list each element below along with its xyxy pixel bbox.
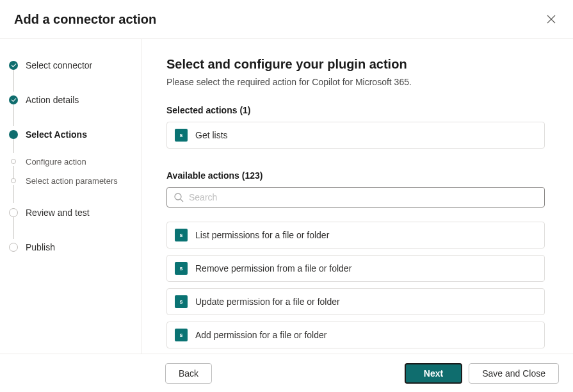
step-connector bbox=[13, 185, 14, 203]
step-pending-icon bbox=[11, 159, 16, 164]
wizard-sidebar: Select connector Action details Select A… bbox=[0, 39, 142, 354]
step-review-test[interactable]: Review and test bbox=[9, 206, 141, 220]
main-subtitle: Please select the required action for Co… bbox=[166, 77, 545, 87]
dialog-body: Select connector Action details Select A… bbox=[0, 39, 573, 354]
step-current-icon bbox=[9, 130, 18, 139]
sharepoint-icon: s bbox=[175, 229, 188, 241]
action-name: Add permission for a file or folder bbox=[195, 330, 327, 340]
sharepoint-icon: s bbox=[175, 295, 188, 308]
step-select-parameters[interactable]: Select action parameters bbox=[9, 174, 141, 188]
available-action-item[interactable]: s Update permission for a file or folder bbox=[166, 288, 545, 315]
step-label: Configure action bbox=[26, 157, 86, 167]
step-connector bbox=[13, 217, 14, 239]
step-done-icon bbox=[9, 61, 18, 70]
step-connector bbox=[13, 70, 14, 92]
available-actions-label: Available actions (123) bbox=[166, 170, 545, 181]
step-pending-icon bbox=[9, 208, 18, 217]
sharepoint-icon: s bbox=[175, 129, 188, 142]
close-button[interactable] bbox=[544, 12, 559, 27]
back-button[interactable]: Back bbox=[165, 363, 212, 384]
action-name: Update permission for a file or folder bbox=[195, 297, 340, 307]
selected-action-item[interactable]: s Get lists bbox=[166, 122, 545, 149]
footer-right-group: Next Save and Close bbox=[405, 363, 559, 384]
svg-point-2 bbox=[175, 193, 181, 200]
main-title: Select and configure your plugin action bbox=[166, 57, 545, 72]
main-panel: Select and configure your plugin action … bbox=[142, 39, 573, 354]
step-label: Action details bbox=[26, 95, 79, 105]
step-done-icon bbox=[9, 95, 18, 104]
step-label: Select connector bbox=[26, 60, 92, 70]
step-select-actions[interactable]: Select Actions bbox=[9, 127, 141, 142]
available-action-item[interactable]: s List permissions for a file or folder bbox=[166, 222, 545, 249]
search-box[interactable] bbox=[166, 187, 545, 208]
action-name: Remove permission from a file or folder bbox=[195, 263, 351, 274]
step-connector bbox=[13, 139, 14, 153]
next-button[interactable]: Next bbox=[405, 363, 462, 384]
step-label: Publish bbox=[26, 242, 55, 252]
step-label: Review and test bbox=[26, 208, 90, 218]
step-pending-icon bbox=[11, 178, 16, 183]
action-name: Get lists bbox=[195, 130, 228, 140]
step-publish[interactable]: Publish bbox=[9, 240, 141, 254]
close-icon bbox=[547, 15, 556, 24]
available-action-item[interactable]: s Add permission for a file or folder bbox=[166, 322, 545, 348]
step-configure-action[interactable]: Configure action bbox=[9, 154, 141, 168]
svg-line-3 bbox=[181, 199, 183, 202]
sharepoint-icon: s bbox=[175, 329, 188, 341]
step-select-connector[interactable]: Select connector bbox=[9, 58, 141, 72]
search-input[interactable] bbox=[189, 192, 538, 202]
dialog-header: Add a connector action bbox=[0, 0, 573, 39]
available-action-item[interactable]: s Remove permission from a file or folde… bbox=[166, 255, 545, 282]
step-label: Select action parameters bbox=[26, 176, 118, 186]
step-pending-icon bbox=[9, 243, 18, 252]
sharepoint-icon: s bbox=[175, 262, 188, 275]
dialog-footer: Back Next Save and Close bbox=[0, 354, 573, 392]
selected-actions-label: Selected actions (1) bbox=[166, 105, 545, 115]
search-icon bbox=[174, 192, 184, 202]
step-action-details[interactable]: Action details bbox=[9, 93, 141, 107]
step-connector bbox=[13, 104, 14, 126]
dialog-title: Add a connector action bbox=[14, 12, 156, 27]
save-close-button[interactable]: Save and Close bbox=[469, 363, 559, 384]
step-label: Select Actions bbox=[26, 129, 87, 140]
action-name: List permissions for a file or folder bbox=[195, 230, 329, 240]
